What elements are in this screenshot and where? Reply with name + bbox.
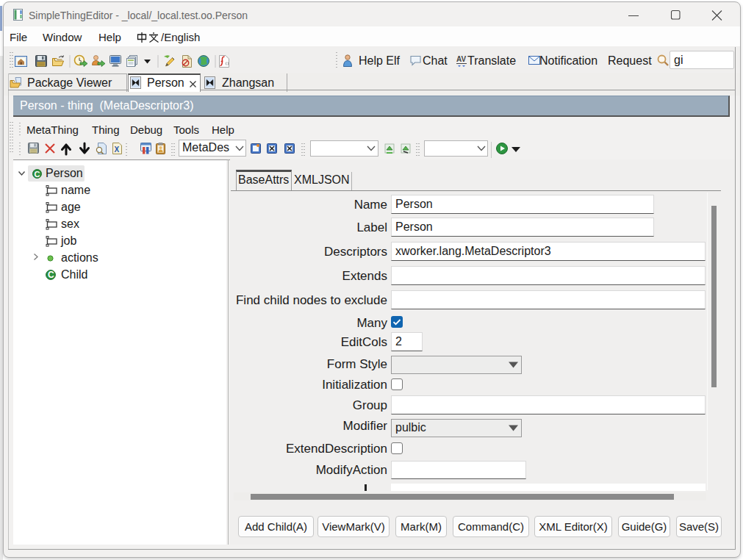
svg-text:AV: AV: [456, 55, 466, 63]
svg-text:X: X: [115, 146, 120, 154]
svg-text:C: C: [48, 270, 54, 280]
svg-text:C: C: [35, 170, 40, 179]
